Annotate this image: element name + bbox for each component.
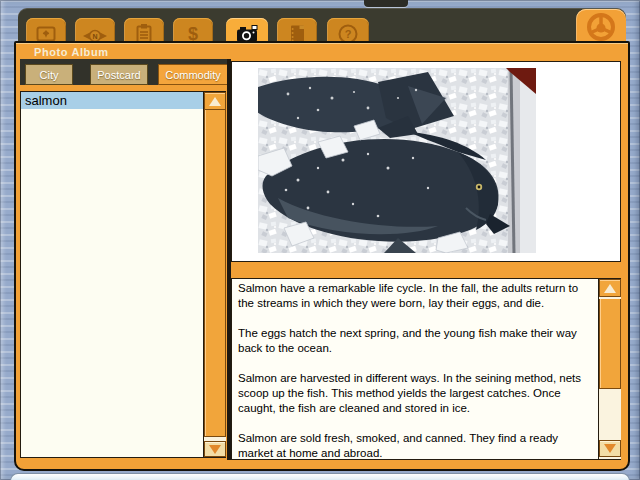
window-title: Photo Album [34, 46, 109, 58]
commodity-list-panel: salmon [20, 91, 226, 458]
compass-letter: N [92, 32, 97, 39]
text-scrollbar-track[interactable] [599, 389, 621, 440]
description-paragraph: Salmon have a remarkable life cycle. In … [238, 281, 590, 311]
description-paragraph: Salmon are harvested in different ways. … [238, 371, 590, 416]
bottom-panel-edge [10, 473, 630, 480]
tab-postcard[interactable]: Postcard [90, 64, 148, 85]
list-scrollbar[interactable] [203, 92, 226, 457]
photo-panel [231, 61, 621, 262]
tab-postcard-label: Postcard [97, 69, 140, 81]
tab-strip: City Postcard Commodity [20, 59, 228, 85]
arrow-up-icon [209, 97, 221, 106]
toolbar: N $ [18, 8, 626, 41]
description-paragraph: The eggs hatch the next spring, and the … [238, 326, 590, 356]
text-scrollbar-thumb[interactable] [599, 299, 621, 389]
list-scrollbar-thumb[interactable] [204, 110, 226, 437]
help-glyph: ? [345, 28, 352, 40]
list-scroll-up-button[interactable] [204, 92, 226, 110]
arrow-up-icon [604, 284, 616, 293]
commodity-list: salmon [21, 92, 203, 457]
tab-city[interactable]: City [25, 64, 73, 85]
photo-album-window: Photo Album City Postcard Commodity salm… [14, 41, 630, 471]
tab-city-label: City [40, 69, 59, 81]
game-screen: N $ [0, 0, 640, 480]
drive-button[interactable] [576, 9, 626, 41]
tab-commodity[interactable]: Commodity [158, 64, 228, 85]
arrow-down-icon [209, 445, 221, 454]
list-item-salmon[interactable]: salmon [21, 92, 203, 109]
text-scroll-down-button[interactable] [599, 440, 621, 457]
list-scroll-down-button[interactable] [204, 441, 226, 457]
steering-wheel-icon [581, 11, 621, 41]
tab-commodity-label: Commodity [165, 69, 221, 81]
description-paragraph: Salmon are sold fresh, smoked, and canne… [238, 431, 590, 461]
dollar-sign-icon: $ [188, 25, 198, 43]
arrow-down-icon [604, 444, 616, 453]
description-text: Salmon have a remarkable life cycle. In … [238, 281, 590, 476]
text-scroll-up-button[interactable] [599, 279, 621, 297]
frame-notch [364, 0, 408, 7]
text-scrollbar[interactable] [598, 279, 621, 459]
commodity-photo [258, 68, 536, 253]
salmon-photo-image [258, 68, 536, 253]
description-panel: Salmon have a remarkable life cycle. In … [231, 278, 621, 460]
